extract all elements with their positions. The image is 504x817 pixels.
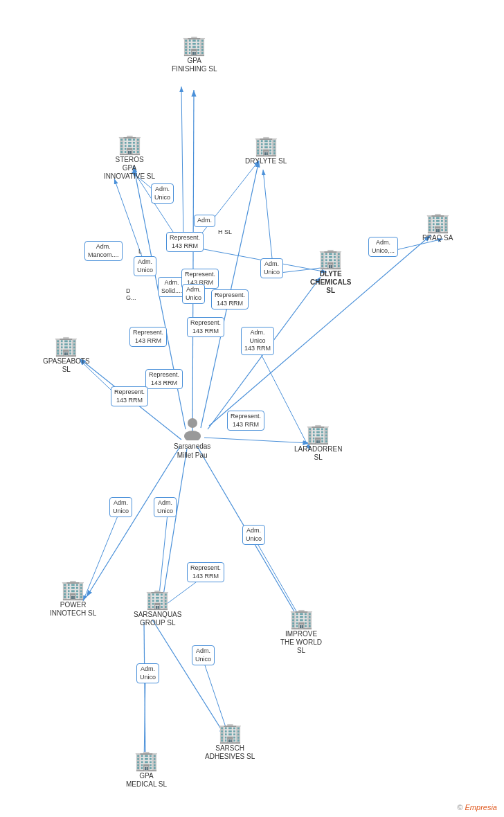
arrows-svg xyxy=(0,0,504,817)
label-l: L xyxy=(138,248,142,255)
role-box-adm-unico-7[interactable]: Adm.Unico xyxy=(154,497,177,517)
node-sarsanquas-group: 🏢 SARSANQUASGROUP SL xyxy=(134,590,181,627)
watermark: © Empresia xyxy=(457,803,497,811)
role-label-11: Represent.143 RRM xyxy=(133,329,163,344)
node-steros-gpa: 🏢 STEROSGPAINNOVATIVE SL xyxy=(104,135,155,181)
label-laradorren: LARADORRENSL xyxy=(294,445,342,462)
svg-line-26 xyxy=(181,87,183,242)
role-label-10: Represent.143 RRM xyxy=(190,319,221,334)
label-gpaseabots: GPASEABOTSSL xyxy=(43,357,90,374)
svg-line-12 xyxy=(144,622,145,763)
building-icon-drylyte: 🏢 xyxy=(254,136,278,156)
node-laradorren: 🏢 LARADORRENSL xyxy=(294,424,342,462)
node-dlyte-chemicals: 🏢 DLYTECHEMICALSSL xyxy=(310,249,351,295)
svg-line-9 xyxy=(161,449,187,608)
building-icon-sarsch-adhesives: 🏢 xyxy=(218,724,242,743)
person-sarsanedas: SarsanedasMillet Pau xyxy=(174,415,210,460)
svg-line-11 xyxy=(152,620,225,735)
role-label-16: Adm.Unico,... xyxy=(372,239,395,254)
svg-line-15 xyxy=(263,170,273,272)
building-icon-gpaseabots: 🏢 xyxy=(54,336,78,356)
role-label-13: Represent.143 RRM xyxy=(114,388,145,404)
role-box-adm-mancom[interactable]: Adm.Mancom.... xyxy=(84,241,123,261)
label-steros-gpa: STEROSGPAINNOVATIVE SL xyxy=(104,156,155,181)
role-label-8: Represent.143 RRM xyxy=(215,291,245,307)
role-label-21: Represent.143 RRM xyxy=(190,564,221,580)
label-sarsch-adhesives: SARSCHADHESIVES SL xyxy=(205,744,255,761)
building-icon-praq: 🏢 xyxy=(426,213,450,233)
role-label-1: Adm.Unico xyxy=(154,186,170,201)
role-box-represent-7[interactable]: Represent.143 RRM xyxy=(111,386,148,406)
graph-container: 🏢 GPAFINISHING SL 🏢 STEROSGPAINNOVATIVE … xyxy=(0,0,504,817)
label-gpa-finishing: GPAFINISHING SL xyxy=(172,57,217,73)
svg-point-30 xyxy=(188,418,197,428)
role-box-adm-unico-5[interactable]: Adm.Unico,... xyxy=(368,237,398,257)
role-label-20: Adm.Unico xyxy=(246,527,262,542)
role-label-4: Adm.Solid.... xyxy=(161,279,182,294)
role-label-23: Adm.Unico xyxy=(195,647,211,663)
role-label-9: Adm.Unico xyxy=(186,286,201,301)
role-label-17: Represent.143 RRM xyxy=(231,413,261,428)
role-box-represent-9[interactable]: Represent.143 RRM xyxy=(187,562,224,582)
building-icon-improve-world: 🏢 xyxy=(289,609,314,629)
role-label-15: Adm.Unico xyxy=(264,260,280,276)
node-improve-world: 🏢 IMPROVETHE WORLDSL xyxy=(280,609,322,655)
label-sarsanedas: SarsanedasMillet Pau xyxy=(174,442,210,460)
role-box-represent-8[interactable]: Represent.143 RRM xyxy=(227,411,264,431)
role-label-5: Adm. xyxy=(197,217,212,224)
label-improve-world: IMPROVETHE WORLDSL xyxy=(280,630,322,655)
building-icon-power-innotech: 🏢 xyxy=(61,580,85,600)
node-gpa-medical: 🏢 GPAMEDICAL SL xyxy=(126,751,167,789)
node-praq: 🏢 PRAQ SA xyxy=(422,213,453,242)
role-box-adm-unico-1[interactable]: Adm.Unico xyxy=(151,183,174,204)
role-label-2: Adm.Unico xyxy=(137,258,153,273)
label-gpa-medical: GPAMEDICAL SL xyxy=(126,772,167,789)
role-box-represent-1[interactable]: Represent.143 RRM xyxy=(166,232,204,252)
label-dlyte-chemicals: DLYTECHEMICALSSL xyxy=(310,270,351,295)
role-box-adm-unico-8[interactable]: Adm.Unico xyxy=(242,525,265,545)
node-power-innotech: 🏢 POWERINNOTECH SL xyxy=(50,580,96,618)
role-box-adm-unico-9[interactable]: Adm.Unico xyxy=(136,663,159,683)
role-label-14: Adm.Unico143 RRM xyxy=(244,329,271,352)
building-icon-laradorren: 🏢 xyxy=(306,424,330,444)
role-label-19: Adm.Unico xyxy=(157,499,173,514)
building-icon-sarsanquas-group: 🏢 xyxy=(145,590,170,609)
node-drylyte: 🏢 DRYLYTE SL xyxy=(245,136,287,165)
label-drylyte: DRYLYTE SL xyxy=(245,157,287,165)
building-icon-gpa-medical: 🏢 xyxy=(134,751,159,771)
role-box-represent-3[interactable]: Represent.143 RRM xyxy=(211,289,249,309)
building-icon-steros-gpa: 🏢 xyxy=(118,135,142,154)
role-label-22: Adm.Unico xyxy=(140,665,156,681)
role-box-adm-unico-6[interactable]: Adm.Unico xyxy=(109,497,132,517)
role-label-18: Adm.Unico xyxy=(113,499,129,514)
role-box-represent-4[interactable]: Represent.143 RRM xyxy=(187,317,224,337)
watermark-brand: Empresia xyxy=(465,803,497,811)
role-label-12: Represent.143 RRM xyxy=(149,371,179,386)
label-praq: PRAQ SA xyxy=(422,234,453,242)
label-sarsanquas-group: SARSANQUASGROUP SL xyxy=(134,611,181,627)
building-icon-dlyte-chemicals: 🏢 xyxy=(318,249,343,269)
person-avatar-svg xyxy=(180,415,205,440)
role-box-represent-5[interactable]: Represent.143 RRM xyxy=(129,327,167,347)
role-box-adm-small[interactable]: Adm. xyxy=(194,215,215,227)
label-h-sl: H SL xyxy=(218,228,232,235)
role-box-adm-unico-4[interactable]: Adm.Unico xyxy=(260,258,283,278)
role-box-adm-unico-10[interactable]: Adm.Unico xyxy=(192,645,215,665)
role-label-3: Adm.Mancom.... xyxy=(88,243,119,258)
svg-point-31 xyxy=(184,431,201,440)
role-box-adm-unico-2[interactable]: Adm.Unico xyxy=(134,256,156,276)
label-power-innotech: POWERINNOTECH SL xyxy=(50,601,96,618)
svg-line-1 xyxy=(192,90,194,433)
role-box-adm-unico-3[interactable]: Adm.Unico xyxy=(182,284,205,304)
svg-line-8 xyxy=(87,447,180,597)
node-gpaseabots: 🏢 GPASEABOTSSL xyxy=(43,336,90,374)
label-dg: DG... xyxy=(126,287,136,301)
node-sarsch-adhesives: 🏢 SARSCHADHESIVES SL xyxy=(205,724,255,761)
watermark-copyright: © xyxy=(457,803,465,811)
node-gpa-finishing: 🏢 GPAFINISHING SL xyxy=(172,36,217,73)
building-icon-gpa-finishing: 🏢 xyxy=(182,36,206,55)
role-label-6: Represent.143 RRM xyxy=(170,234,200,249)
role-box-represent-6[interactable]: Represent.143 RRM xyxy=(145,369,183,389)
role-box-adm-unico-143[interactable]: Adm.Unico143 RRM xyxy=(241,327,274,355)
